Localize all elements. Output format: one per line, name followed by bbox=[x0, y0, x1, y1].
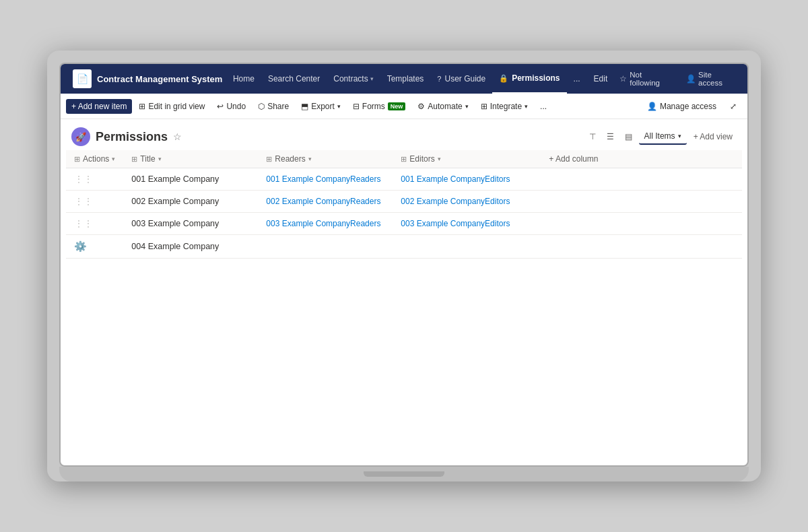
question-icon: ? bbox=[437, 75, 441, 83]
row-editors[interactable]: 003 Example CompanyEditors bbox=[393, 213, 541, 235]
col-chevron-actions: ▾ bbox=[112, 156, 115, 162]
table-container: ⊞ Actions ▾ ⊞ Title ▾ bbox=[61, 150, 747, 259]
toolbar: + Add new item ⊞ Edit in grid view ↩ Und… bbox=[61, 94, 747, 119]
expand-icon: ⤢ bbox=[730, 102, 737, 111]
col-icon-title: ⊞ bbox=[131, 155, 137, 164]
col-chevron-editors: ▾ bbox=[438, 156, 441, 162]
lock-icon: 🔒 bbox=[499, 74, 508, 83]
row-extra bbox=[541, 235, 742, 259]
page-title-area: 🚀 Permissions ☆ bbox=[71, 127, 182, 146]
row-drag-handle-cell: ⚙️ bbox=[66, 235, 123, 259]
person-icon: 👤 bbox=[686, 74, 696, 84]
row-readers[interactable]: 001 Example CompanyReaders bbox=[258, 168, 393, 191]
add-new-item-button[interactable]: + Add new item bbox=[66, 99, 132, 114]
row-title: 002 Example Company bbox=[123, 191, 258, 213]
favorite-star-icon[interactable]: ☆ bbox=[173, 131, 182, 142]
expand-button[interactable]: ⤢ bbox=[725, 99, 742, 114]
row-drag-handle-cell: ⋮⋮ bbox=[66, 168, 123, 191]
loading-icon: ⚙️ bbox=[74, 240, 87, 252]
nav-logo[interactable]: 📄 Contract Management System bbox=[66, 69, 226, 88]
nav-search-center[interactable]: Search Center bbox=[261, 64, 327, 94]
page-header: 🚀 Permissions ☆ ⊤ ☰ ▤ All Items ▾ bbox=[61, 119, 747, 150]
row-editors[interactable]: 002 Example CompanyEditors bbox=[393, 191, 541, 213]
more-options-button[interactable]: ... bbox=[535, 99, 552, 114]
contracts-chevron-icon: ▾ bbox=[370, 75, 374, 82]
share-button[interactable]: ⬡ Share bbox=[252, 99, 294, 114]
editors-link[interactable]: 002 Example CompanyEditors bbox=[401, 197, 510, 206]
grid-icon: ▤ bbox=[625, 132, 632, 141]
share-icon: ⬡ bbox=[258, 102, 265, 111]
col-icon-editors: ⊞ bbox=[401, 155, 407, 164]
permissions-table: ⊞ Actions ▾ ⊞ Title ▾ bbox=[66, 150, 742, 259]
automate-chevron-icon: ▾ bbox=[465, 103, 469, 110]
drag-handle-icon: ⋮⋮ bbox=[74, 196, 93, 207]
add-view-button[interactable]: + Add view bbox=[689, 129, 737, 144]
forms-button[interactable]: ⊟ Forms New bbox=[347, 99, 411, 114]
app-logo-icon: 📄 bbox=[73, 69, 92, 88]
row-extra bbox=[541, 191, 742, 213]
readers-link[interactable]: 002 Example CompanyReaders bbox=[266, 197, 380, 206]
nav-user-guide[interactable]: ? User Guide bbox=[430, 64, 492, 94]
col-icon-actions: ⊞ bbox=[74, 155, 80, 164]
row-editors[interactable] bbox=[393, 235, 541, 259]
edit-grid-view-button[interactable]: ⊞ Edit in grid view bbox=[133, 99, 210, 114]
row-extra bbox=[541, 168, 742, 191]
view-dropdown[interactable]: All Items ▾ bbox=[639, 129, 687, 145]
drag-handle-icon: ⋮⋮ bbox=[74, 174, 93, 185]
row-title: 001 Example Company bbox=[123, 168, 258, 191]
nav-right-actions: ☆ Not following 👤 Site access bbox=[614, 68, 742, 90]
automate-button[interactable]: ⚙ Automate ▾ bbox=[412, 99, 473, 114]
list-view-button[interactable]: ☰ bbox=[603, 129, 618, 144]
col-header-editors[interactable]: ⊞ Editors ▾ bbox=[393, 150, 541, 168]
export-button[interactable]: ⬒ Export ▾ bbox=[296, 99, 346, 114]
col-icon-readers: ⊞ bbox=[266, 155, 272, 164]
row-editors[interactable]: 001 Example CompanyEditors bbox=[393, 168, 541, 191]
col-chevron-title: ▾ bbox=[158, 156, 162, 162]
filter-button[interactable]: ⊤ bbox=[585, 129, 600, 144]
integrate-button[interactable]: ⊞ Integrate ▾ bbox=[475, 99, 533, 114]
export-chevron-icon: ▾ bbox=[337, 103, 341, 110]
col-header-add-column[interactable]: + Add column bbox=[541, 150, 742, 168]
col-header-title[interactable]: ⊞ Title ▾ bbox=[123, 150, 258, 168]
row-drag-handle-cell: ⋮⋮ bbox=[66, 191, 123, 213]
table-row: ⋮⋮003 Example Company003 Example Company… bbox=[66, 213, 742, 235]
nav-templates[interactable]: Templates bbox=[380, 64, 431, 94]
nav-bar: 📄 Contract Management System Home Search… bbox=[61, 64, 747, 94]
editors-link[interactable]: 003 Example CompanyEditors bbox=[401, 219, 510, 228]
row-readers[interactable]: 002 Example CompanyReaders bbox=[258, 191, 393, 213]
row-drag-handle-cell: ⋮⋮ bbox=[66, 213, 123, 235]
filter-icon: ⊤ bbox=[589, 132, 596, 141]
nav-edit[interactable]: Edit bbox=[587, 64, 615, 94]
manage-access-button[interactable]: 👤 Manage access bbox=[642, 99, 722, 114]
nav-more-dots[interactable]: ... bbox=[567, 64, 587, 94]
readers-link[interactable]: 001 Example CompanyReaders bbox=[266, 174, 380, 184]
row-title: 003 Example Company bbox=[123, 213, 258, 235]
laptop-screen: 📄 Contract Management System Home Search… bbox=[59, 63, 749, 467]
undo-button[interactable]: ↩ Undo bbox=[211, 99, 251, 114]
grid-edit-icon: ⊞ bbox=[139, 102, 145, 111]
table-row: ⋮⋮002 Example Company002 Example Company… bbox=[66, 191, 742, 213]
row-readers[interactable]: 003 Example CompanyReaders bbox=[258, 213, 393, 235]
grid-view-button[interactable]: ▤ bbox=[621, 129, 636, 144]
col-header-readers[interactable]: ⊞ Readers ▾ bbox=[258, 150, 393, 168]
col-header-actions[interactable]: ⊞ Actions ▾ bbox=[66, 150, 123, 168]
toolbar-right: 👤 Manage access ⤢ bbox=[642, 99, 742, 114]
row-title: 004 Example Company bbox=[123, 235, 258, 259]
integrate-icon: ⊞ bbox=[481, 102, 487, 111]
nav-permissions[interactable]: 🔒 Permissions bbox=[492, 64, 566, 94]
drag-handle-icon: ⋮⋮ bbox=[74, 218, 93, 229]
export-icon: ⬒ bbox=[301, 102, 308, 111]
nav-links: Home Search Center Contracts ▾ Templates… bbox=[226, 64, 614, 94]
editors-link[interactable]: 001 Example CompanyEditors bbox=[401, 174, 510, 184]
nav-home[interactable]: Home bbox=[226, 64, 261, 94]
row-readers[interactable] bbox=[258, 235, 393, 259]
integrate-chevron-icon: ▾ bbox=[525, 103, 528, 110]
nav-contracts[interactable]: Contracts ▾ bbox=[327, 64, 380, 94]
forms-new-badge: New bbox=[388, 102, 406, 110]
laptop-shell: 📄 Contract Management System Home Search… bbox=[47, 51, 761, 481]
laptop-base bbox=[59, 467, 749, 481]
site-access-button[interactable]: 👤 Site access bbox=[681, 68, 742, 90]
readers-link[interactable]: 003 Example CompanyReaders bbox=[266, 219, 380, 228]
not-following-button[interactable]: ☆ Not following bbox=[614, 68, 678, 90]
star-icon: ☆ bbox=[619, 74, 627, 84]
